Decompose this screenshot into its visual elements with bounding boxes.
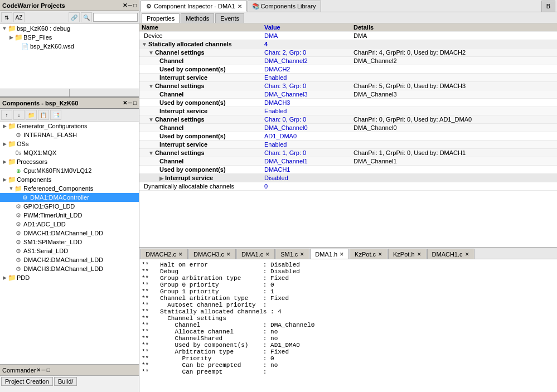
tree-item-dma1[interactable]: ⚙ DMA1:DMAController <box>0 193 139 202</box>
prop-value[interactable]: DMA_Channel3 <box>262 90 351 99</box>
search-btn[interactable]: 🔍 <box>81 12 92 22</box>
tree-item-cpu[interactable]: ⊕ Cpu:MK60FN1M0VLQ12 <box>0 166 139 175</box>
tree-item-mqx1[interactable]: 0s MQX1:MQX <box>0 148 139 157</box>
tree-item-oss[interactable]: ▶ 📁 OSs <box>0 139 139 148</box>
code-tab-close[interactable]: ✕ <box>378 251 382 257</box>
prop-details: DMA_Channel0 <box>351 124 557 132</box>
tree-item-sm1[interactable]: ⚙ SM1:SPIMaster_LDD <box>0 238 139 246</box>
code-tab-close[interactable]: ✕ <box>465 251 469 257</box>
comp-copy-btn[interactable]: 📋 <box>38 110 49 120</box>
code-tab-close[interactable]: ✕ <box>178 251 183 257</box>
prop-value[interactable]: Enabled <box>262 74 351 82</box>
prop-value[interactable]: Disabled <box>262 174 351 182</box>
code-tab-sm1[interactable]: SM1.c ✕ <box>275 249 309 259</box>
prop-value[interactable]: DMA_Channel1 <box>262 157 351 166</box>
prop-value[interactable]: Chan: 3, Grp: 0 <box>262 82 351 90</box>
tree-item-dmach1[interactable]: ⚙ DMACH1:DMAChannel_LDD <box>0 229 139 238</box>
tree-item-dmach2[interactable]: ⚙ DMACH2:DMAChannel_LDD <box>0 255 139 264</box>
tree-item-bspfiles[interactable]: ▶ 📁 BSP_Files <box>0 33 139 42</box>
prop-name: Interrupt service <box>139 141 262 149</box>
code-tab-dma1h[interactable]: DMA1.h ✕ <box>310 249 349 259</box>
build-btn[interactable]: Build/ <box>54 377 78 386</box>
tab-component-inspector[interactable]: ⚙ Component Inspector - DMA1 ✕ <box>141 1 247 12</box>
project-search-input[interactable] <box>93 13 138 22</box>
tab-components-library[interactable]: 📚 Components Library <box>248 1 321 12</box>
tree-item-pdd[interactable]: ▶ 📁 PDD <box>0 273 139 282</box>
code-tab-close[interactable]: ✕ <box>340 251 344 257</box>
comp-paste-btn[interactable]: 📑 <box>50 110 61 120</box>
inspector-tab-close[interactable]: ✕ <box>238 3 242 9</box>
comp-close-icon[interactable]: ✕ <box>123 100 127 106</box>
code-tab-dmach2[interactable]: DMACH2.c ✕ <box>141 249 188 259</box>
code-tab-kzpoth[interactable]: KzPot.h ✕ <box>388 249 427 259</box>
comp-new-btn[interactable]: 📁 <box>26 110 37 120</box>
expand-icon[interactable]: ▼ <box>148 117 154 123</box>
prop-value[interactable]: DMACH1 <box>262 166 351 174</box>
tab-methods[interactable]: Methods <box>181 13 214 23</box>
expand-icon[interactable]: ▶ <box>159 175 164 181</box>
sort-az-btn[interactable]: AZ <box>13 12 25 22</box>
tab-events[interactable]: Events <box>215 13 244 23</box>
commander-min-icon[interactable]: ─ <box>42 367 46 373</box>
project-panel-max[interactable]: □ <box>133 2 137 8</box>
tab-right-placeholder[interactable]: B <box>541 1 555 12</box>
comp-max-icon[interactable]: □ <box>133 100 137 106</box>
prop-value[interactable]: DMA_Channel0 <box>262 124 351 132</box>
code-tab-kzpotc[interactable]: KzPot.c ✕ <box>350 249 388 259</box>
comp-min-icon[interactable]: ─ <box>128 100 132 106</box>
project-creation-btn[interactable]: Project Creation <box>1 377 53 386</box>
prop-value[interactable]: AD1_DMA0 <box>262 132 351 141</box>
prop-value[interactable]: Chan: 2, Grp: 0 <box>262 49 351 57</box>
prop-name: Channel <box>139 157 262 166</box>
prop-name: Device <box>139 32 262 40</box>
code-tab-close[interactable]: ✕ <box>265 251 270 257</box>
hscroll-left[interactable] <box>0 89 70 96</box>
tree-item-dmach3[interactable]: ⚙ DMACH3:DMAChannel_LDD <box>0 264 139 273</box>
tree-item-gpio1[interactable]: ⚙ GPIO1:GPIO_LDD <box>0 202 139 211</box>
hscroll-right[interactable] <box>70 89 139 96</box>
prop-value[interactable]: DMA_Channel2 <box>262 57 351 65</box>
prop-value[interactable]: DMACH3 <box>262 99 351 107</box>
tree-item-processors[interactable]: ▶ 📁 Processors <box>0 157 139 166</box>
commander-max-icon[interactable]: □ <box>47 367 50 373</box>
prop-value[interactable]: Enabled <box>262 141 351 149</box>
prop-value[interactable]: DMA <box>262 32 351 40</box>
expand-icon[interactable]: ▼ <box>148 83 154 89</box>
prop-details: ChanPri: 4, GrpPri: 0, Used by: DMACH2 <box>351 49 557 57</box>
code-tab-dmach1c[interactable]: DMACH1.c ✕ <box>427 249 474 259</box>
expand-icon[interactable]: ▼ <box>148 50 154 56</box>
table-row: ▼Channel settings Chan: 3, Grp: 0 ChanPr… <box>139 82 557 90</box>
tree-item-ad1[interactable]: ⚙ AD1:ADC_LDD <box>0 220 139 229</box>
tree-item-genconfigs[interactable]: ▶ 📁 Generator_Configurations <box>0 122 139 130</box>
prop-value[interactable]: 0 <box>262 182 351 191</box>
code-tab-close[interactable]: ✕ <box>226 251 231 257</box>
sort-btn[interactable]: ⇅ <box>1 12 12 22</box>
code-tab-close[interactable]: ✕ <box>300 251 304 257</box>
comp-down-btn[interactable]: ↓ <box>13 110 25 120</box>
project-panel-min[interactable]: ─ <box>128 2 132 8</box>
commander-close-icon[interactable]: ✕ <box>36 367 41 373</box>
tree-item-pwm1[interactable]: ⚙ PWM:TimerUnit_LDD <box>0 211 139 220</box>
table-row: ▼Channel settings Chan: 0, Grp: 0 ChanPr… <box>139 115 557 124</box>
tree-item-refcomponents[interactable]: ▼ 📁 Referenced_Components <box>0 184 139 193</box>
expand-icon[interactable]: ▼ <box>148 150 154 156</box>
tree-item-internal-flash[interactable]: ⚙ INTERNAL_FLASH <box>0 130 139 139</box>
tab-properties[interactable]: Properties <box>142 13 180 23</box>
code-tab-dmach3[interactable]: DMACH3.c ✕ <box>188 249 236 259</box>
arrow-project: ▼ <box>1 26 8 31</box>
comp-up-btn[interactable]: ↑ <box>1 110 12 120</box>
code-tab-dma1c[interactable]: DMA1.c ✕ <box>236 249 275 259</box>
code-tab-close[interactable]: ✕ <box>417 251 422 257</box>
prop-value[interactable]: DMACH2 <box>262 65 351 74</box>
prop-value[interactable]: Chan: 0, Grp: 0 <box>262 115 351 124</box>
tree-item-as1[interactable]: ⚙ AS1:Serial_LDD <box>0 246 139 255</box>
expand-icon[interactable]: ▼ <box>142 41 147 47</box>
tree-item-components[interactable]: ▶ 📁 Components <box>0 175 139 184</box>
link-btn[interactable]: 🔗 <box>69 12 80 22</box>
prop-value[interactable]: Chan: 1, Grp: 0 <box>262 149 351 157</box>
refcomponents-label: Referenced_Components <box>23 185 93 192</box>
prop-value[interactable]: 4 <box>262 40 351 49</box>
prop-value[interactable]: Enabled <box>262 107 351 115</box>
tree-item-bspwsd[interactable]: 📄 bsp_KzK60.wsd <box>0 42 139 51</box>
tree-item-project[interactable]: ▼ 📁 bsp_KzK60 : debug <box>0 24 139 33</box>
